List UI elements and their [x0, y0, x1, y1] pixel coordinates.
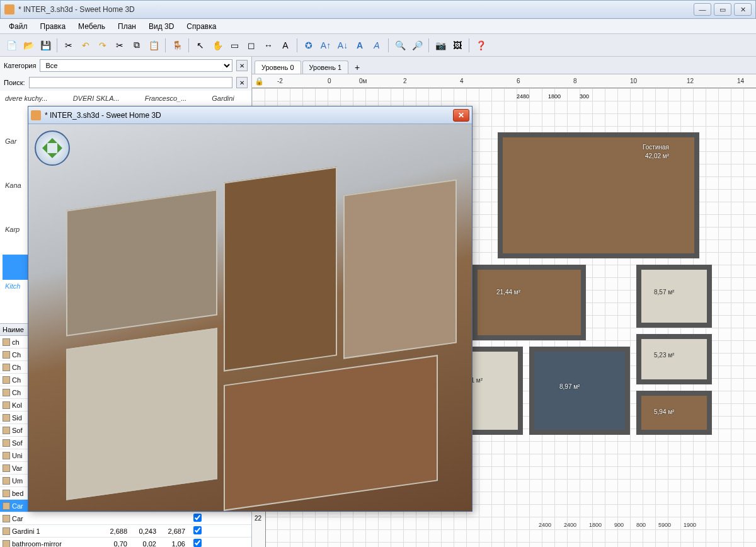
add-level-button[interactable]: +: [350, 61, 365, 74]
text-dec-icon[interactable]: A↓: [335, 38, 350, 53]
italic-icon[interactable]: A: [369, 38, 384, 53]
ruler-horizontal: 🔒 -2 0 0м 2 4 6 8 10 12 14: [252, 74, 756, 88]
floorplan[interactable]: Гостиная 42,02 м² 21,44 м² 8,57 м² 5,23 …: [472, 101, 737, 454]
popup-titlebar[interactable]: * INTER_3.sh3d - Sweet Home 3D ✕: [28, 107, 472, 124]
dimensions-bottom: 2400 2400 1800 900 800 5900 1900: [504, 522, 731, 541]
cut-icon[interactable]: ✂: [61, 38, 76, 53]
window-title: * INTER_3.sh3d - Sweet Home 3D: [18, 5, 694, 14]
minimize-button[interactable]: —: [694, 3, 711, 16]
table-row[interactable]: bathroom-mirror0,700,021,06: [0, 538, 251, 547]
menubar: Файл Правка Мебель План Вид 3D Справка: [0, 19, 756, 34]
menu-edit[interactable]: Правка: [35, 20, 71, 33]
lock-icon[interactable]: 🔒: [255, 77, 264, 86]
popup-app-icon: [31, 110, 41, 120]
category-select[interactable]: Все: [40, 59, 232, 72]
open-icon[interactable]: 📂: [21, 38, 36, 53]
table-row[interactable]: Car: [0, 512, 251, 525]
main-titlebar: * INTER_3.sh3d - Sweet Home 3D — ▭ ✕: [0, 0, 756, 19]
search-label: Поиск:: [4, 79, 25, 86]
catalog-item[interactable]: DVERI SKLA...: [73, 95, 120, 102]
menu-help[interactable]: Справка: [181, 20, 221, 33]
room-icon[interactable]: ◻: [244, 38, 259, 53]
compass-icon[interactable]: ✪: [301, 38, 316, 53]
dimensions-top: 2480 1800 300: [517, 93, 589, 100]
table-row[interactable]: Gardini 12,6880,2432,687: [0, 525, 251, 538]
clear-search-button[interactable]: ✕: [236, 77, 248, 88]
close-button[interactable]: ✕: [734, 3, 752, 16]
search-input[interactable]: [29, 77, 232, 88]
visibility-checkbox[interactable]: [193, 526, 202, 534]
visibility-checkbox[interactable]: [193, 539, 202, 547]
new-icon[interactable]: 📄: [4, 38, 19, 53]
add-furniture-icon[interactable]: 🪑: [169, 38, 185, 53]
popup-title-text: * INTER_3.sh3d - Sweet Home 3D: [45, 111, 453, 120]
bold-icon[interactable]: A: [352, 38, 367, 53]
category-label: Категория: [4, 62, 36, 69]
menu-furniture[interactable]: Мебель: [73, 20, 110, 33]
level-tab-1[interactable]: Уровень 1: [302, 60, 349, 74]
nav-compass[interactable]: [35, 130, 70, 166]
menu-view3d[interactable]: Вид 3D: [144, 20, 179, 33]
zoom-in-icon[interactable]: 🔎: [410, 38, 425, 53]
menu-file[interactable]: Файл: [4, 20, 33, 33]
catalog-item[interactable]: dvere kuchy...: [5, 95, 48, 102]
popup-close-button[interactable]: ✕: [453, 109, 469, 122]
snapshot-icon[interactable]: 🖼: [450, 38, 465, 53]
clear-category-button[interactable]: ✕: [236, 60, 248, 71]
menu-plan[interactable]: План: [113, 20, 141, 33]
catalog-item[interactable]: Gardini: [212, 95, 234, 102]
maximize-button[interactable]: ▭: [714, 3, 731, 16]
toolbar: 📄 📂 💾 ✂ ↶ ↷ ✂ ⧉ 📋 🪑 ↖ ✋ ▭ ◻ ↔ A ✪ A↑ A↓ …: [0, 34, 756, 57]
catalog-item[interactable]: Francesco_...: [145, 95, 187, 102]
undo-icon[interactable]: ↶: [78, 38, 93, 53]
help-icon[interactable]: ❓: [473, 38, 488, 53]
app-icon: [4, 4, 14, 14]
redo-icon[interactable]: ↷: [95, 38, 110, 53]
zoom-out-icon[interactable]: 🔍: [392, 38, 408, 53]
text-inc-icon[interactable]: A↑: [318, 38, 333, 53]
paste-icon[interactable]: 📋: [146, 38, 161, 53]
select-icon[interactable]: ↖: [193, 38, 208, 53]
copy-icon[interactable]: ⧉: [129, 38, 144, 53]
popup-3d-window[interactable]: * INTER_3.sh3d - Sweet Home 3D ✕: [28, 106, 472, 512]
camera-icon[interactable]: 📷: [433, 38, 448, 53]
cut2-icon[interactable]: ✂: [112, 38, 127, 53]
wall-icon[interactable]: ▭: [227, 38, 242, 53]
visibility-checkbox[interactable]: [193, 514, 202, 522]
text-icon[interactable]: A: [278, 38, 293, 53]
dimension-icon[interactable]: ↔: [261, 38, 276, 53]
pan-icon[interactable]: ✋: [210, 38, 225, 53]
level-tab-0[interactable]: Уровень 0: [255, 60, 301, 74]
save-icon[interactable]: 💾: [38, 38, 53, 53]
render-3d-view[interactable]: [28, 124, 472, 511]
